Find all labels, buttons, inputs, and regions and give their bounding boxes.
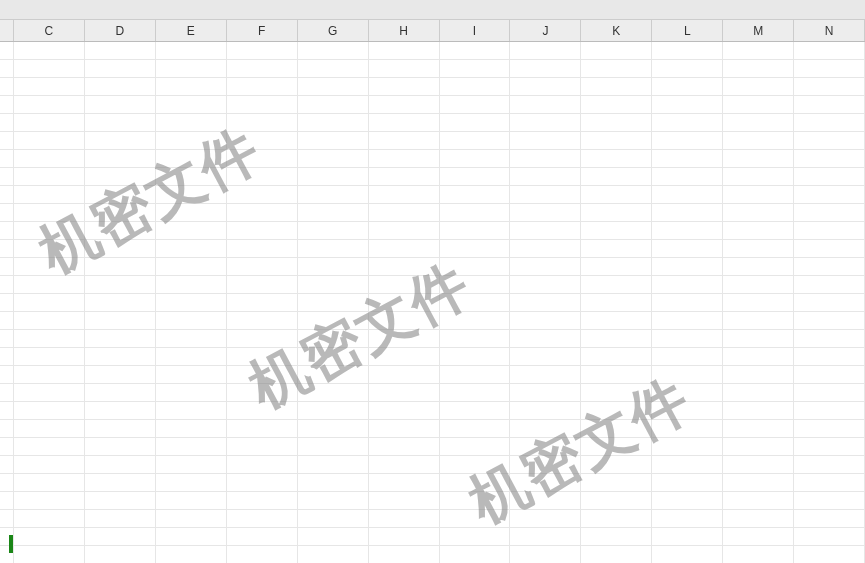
- cell[interactable]: [440, 60, 511, 78]
- cell[interactable]: [369, 420, 440, 438]
- cell[interactable]: [369, 402, 440, 420]
- cell[interactable]: [652, 222, 723, 240]
- cell[interactable]: [581, 78, 652, 96]
- cell[interactable]: [227, 132, 298, 150]
- cell[interactable]: [85, 186, 156, 204]
- cell[interactable]: [794, 492, 865, 510]
- cell[interactable]: [227, 492, 298, 510]
- cell[interactable]: [723, 96, 794, 114]
- cell[interactable]: [510, 186, 581, 204]
- cell[interactable]: [369, 150, 440, 168]
- cell[interactable]: [85, 438, 156, 456]
- cell[interactable]: [369, 384, 440, 402]
- column-header-i[interactable]: I: [440, 20, 511, 41]
- cell[interactable]: [14, 366, 85, 384]
- cell[interactable]: [510, 366, 581, 384]
- cell[interactable]: [510, 294, 581, 312]
- cell[interactable]: [581, 222, 652, 240]
- cell[interactable]: [652, 438, 723, 456]
- cell[interactable]: [652, 186, 723, 204]
- cell[interactable]: [794, 528, 865, 546]
- cell[interactable]: [581, 384, 652, 402]
- cell[interactable]: [227, 294, 298, 312]
- cell[interactable]: [85, 420, 156, 438]
- cell[interactable]: [440, 366, 511, 384]
- cell[interactable]: [723, 150, 794, 168]
- cell[interactable]: [581, 258, 652, 276]
- cell[interactable]: [156, 150, 227, 168]
- cell[interactable]: [85, 492, 156, 510]
- column-header-m[interactable]: M: [723, 20, 794, 41]
- cell[interactable]: [14, 510, 85, 528]
- cell[interactable]: [156, 240, 227, 258]
- cell[interactable]: [581, 96, 652, 114]
- cell[interactable]: [227, 114, 298, 132]
- cell[interactable]: [0, 114, 14, 132]
- cell[interactable]: [0, 510, 14, 528]
- cell[interactable]: [298, 546, 369, 563]
- cell[interactable]: [156, 42, 227, 60]
- cell[interactable]: [227, 348, 298, 366]
- cell[interactable]: [723, 204, 794, 222]
- cell[interactable]: [510, 492, 581, 510]
- cell[interactable]: [85, 60, 156, 78]
- cell[interactable]: [0, 78, 14, 96]
- cell[interactable]: [440, 222, 511, 240]
- cell[interactable]: [440, 150, 511, 168]
- cell[interactable]: [440, 276, 511, 294]
- cell[interactable]: [369, 546, 440, 563]
- cell[interactable]: [794, 402, 865, 420]
- cell[interactable]: [85, 168, 156, 186]
- cell[interactable]: [510, 240, 581, 258]
- cell[interactable]: [156, 330, 227, 348]
- cell[interactable]: [581, 402, 652, 420]
- cell[interactable]: [440, 114, 511, 132]
- cell[interactable]: [14, 96, 85, 114]
- cell[interactable]: [298, 150, 369, 168]
- cell[interactable]: [723, 114, 794, 132]
- cell[interactable]: [0, 276, 14, 294]
- cell[interactable]: [581, 546, 652, 563]
- cell[interactable]: [298, 222, 369, 240]
- cell[interactable]: [581, 492, 652, 510]
- cell[interactable]: [369, 240, 440, 258]
- cell[interactable]: [14, 150, 85, 168]
- cell[interactable]: [794, 456, 865, 474]
- cell[interactable]: [85, 240, 156, 258]
- cell[interactable]: [227, 276, 298, 294]
- cell[interactable]: [85, 510, 156, 528]
- cell[interactable]: [298, 240, 369, 258]
- cell[interactable]: [369, 312, 440, 330]
- cell[interactable]: [510, 384, 581, 402]
- cell[interactable]: [581, 132, 652, 150]
- cell[interactable]: [156, 438, 227, 456]
- cell[interactable]: [723, 456, 794, 474]
- cell[interactable]: [652, 366, 723, 384]
- cell[interactable]: [227, 456, 298, 474]
- cell[interactable]: [794, 258, 865, 276]
- cell[interactable]: [156, 186, 227, 204]
- cell[interactable]: [14, 420, 85, 438]
- cell[interactable]: [14, 312, 85, 330]
- cell[interactable]: [227, 312, 298, 330]
- cell[interactable]: [0, 366, 14, 384]
- cell[interactable]: [794, 204, 865, 222]
- column-header-g[interactable]: G: [298, 20, 369, 41]
- cell[interactable]: [723, 474, 794, 492]
- cell[interactable]: [0, 42, 14, 60]
- cell[interactable]: [14, 78, 85, 96]
- cell[interactable]: [0, 546, 14, 563]
- column-header-partial[interactable]: [0, 20, 14, 41]
- cell[interactable]: [156, 276, 227, 294]
- cell[interactable]: [440, 492, 511, 510]
- cell[interactable]: [369, 258, 440, 276]
- cell[interactable]: [510, 132, 581, 150]
- cell[interactable]: [156, 384, 227, 402]
- cell[interactable]: [0, 222, 14, 240]
- cell[interactable]: [723, 276, 794, 294]
- cell[interactable]: [652, 294, 723, 312]
- cell[interactable]: [85, 474, 156, 492]
- cell[interactable]: [510, 528, 581, 546]
- cell[interactable]: [510, 348, 581, 366]
- column-header-j[interactable]: J: [510, 20, 581, 41]
